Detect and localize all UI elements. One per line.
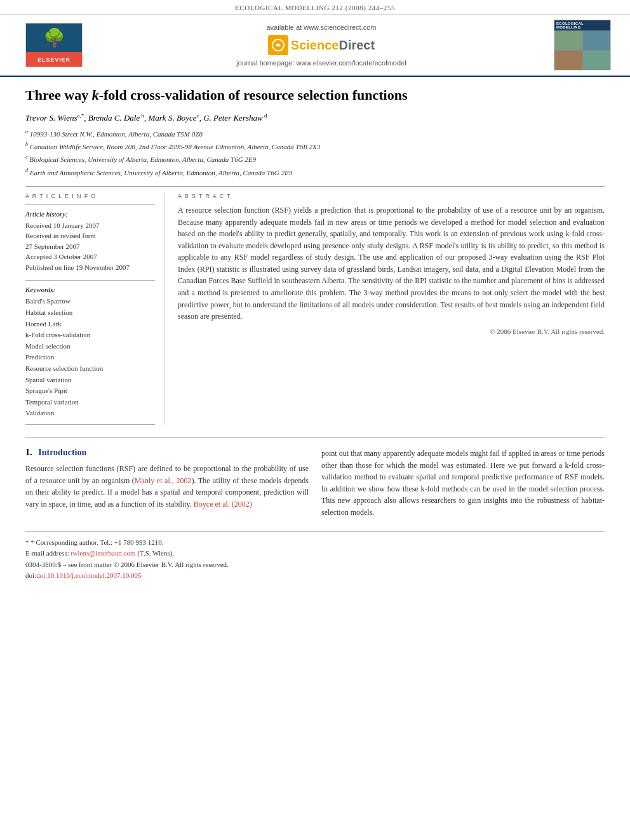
elsevier-label: ELSEVIER [26,52,82,67]
keyword-spragues-pipit: Sprague's Pipit [25,385,155,397]
top-banner: 🌳 ELSEVIER available at www.sciencedirec… [0,15,630,77]
intro-left-text: Resource selection functions (RSF) are d… [25,463,309,510]
intro-right-text: point out that many apparently adequate … [321,448,605,519]
banner-center: available at www.sciencedirect.com Scien… [89,23,554,67]
copyright-line: © 2006 Elsevier B.V. All rights reserved… [178,328,605,335]
sciencedirect-logo: ScienceDirect [268,35,375,55]
history-revised-label: Received in revised form [25,230,155,241]
authors-line: Trevor S. Wiensa,*, Brenda C. Dale b, Ma… [25,112,605,123]
keywords-bottom-divider [25,424,155,425]
abstract-text: A resource selection function (RSF) yiel… [178,204,605,323]
two-column-section: A R T I C L E I N F O Article history: R… [25,193,605,425]
article-title: Three way k-fold cross-validation of res… [25,86,605,105]
cover-img-1 [554,30,582,50]
footnote-corresponding: * * Corresponding author. Tel.: +1 780 9… [25,537,605,549]
history-accepted: Accepted 3 October 2007 [25,251,155,262]
citation-boyce: Boyce et al. (2002) [194,500,252,509]
available-text: available at www.sciencedirect.com [89,23,554,31]
article-info-column: A R T I C L E I N F O Article history: R… [25,193,165,425]
journal-homepage: journal homepage: www.elsevier.com/locat… [89,59,554,67]
footnote-star: * [25,538,30,546]
keyword-prediction: Prediction [25,352,155,363]
keyword-temporal-variation: Temporal variation [25,397,155,408]
keyword-habitat-selection: Habitat selection [25,307,155,319]
history-label: Article history: [25,210,155,218]
keyword-spatial-variation: Spatial variation [25,375,155,386]
keyword-validation: Validation [25,408,155,419]
footnote-issn: 0304-3800/$ – see front matter © 2006 El… [25,559,605,571]
citation-manly: Manly et al., 2002 [135,476,192,485]
affiliations: a 10993-130 Street N.W., Edmonton, Alber… [25,128,605,178]
footnote-email: E-mail address: twiens@interbaun.com (T.… [25,548,605,559]
introduction-section: 1. Introduction Resource selection funct… [25,448,605,519]
cover-images [554,30,610,70]
divider-1 [25,186,605,187]
affiliation-b: b Canadian Wildlife Service, Room 200, 2… [25,141,605,152]
footnote-corresponding-text: * Corresponding author. Tel.: +1 780 993… [30,538,163,546]
cover-img-2 [583,30,611,50]
elsevier-logo-top: 🌳 [26,23,82,52]
keyword-kfold: k-Fold cross-validation [25,330,155,341]
section-number: 1. [25,448,32,457]
keyword-horned-lark: Horned Lark [25,319,155,330]
journal-header: ECOLOGICAL MODELLING 212 (2008) 244–255 [0,0,630,15]
cover-img-3 [554,51,582,70]
intro-right: point out that many apparently adequate … [321,448,605,519]
doi-link: doi:10.1016/j.ecolmodel.2007.10.005 [36,571,141,579]
insights-text: insights [484,496,507,505]
article-history: Article history: Received 10 January 200… [25,210,155,273]
sciencedirect-text: ScienceDirect [291,38,375,53]
keywords-label: Keywords: [25,286,155,293]
journal-cover: ECOLOGICAL MODELLING [554,20,611,70]
abstract-heading: A B S T R A C T [178,193,605,199]
history-published: Published on line 19 November 2007 [25,262,155,273]
history-revised-date: 27 September 2007 [25,241,155,252]
keywords-section: Keywords: Baird's Sparrow Habitat select… [25,286,155,419]
tree-icon: 🌳 [43,27,65,48]
keyword-rsf: Resource selection function [25,363,155,375]
cover-img-4 [583,51,611,70]
intro-left: 1. Introduction Resource selection funct… [25,448,309,519]
cover-header-text: ECOLOGICAL MODELLING [554,20,610,30]
keywords-divider [25,280,155,281]
keyword-model-selection: Model selection [25,341,155,352]
elsevier-logo: 🌳 ELSEVIER [19,23,89,67]
section-title: Introduction [38,448,86,457]
sd-icon [268,35,288,55]
footnote-doi: doi:doi:10.1016/j.ecolmodel.2007.10.005 [25,570,605,582]
history-received: Received 10 January 2007 [25,220,155,231]
keyword-bairds-sparrow: Baird's Sparrow [25,296,155,307]
email-link[interactable]: twiens@interbaun.com [70,549,135,557]
main-content: Three way k-fold cross-validation of res… [0,77,630,594]
affiliation-c: c Biological Sciences, University of Alb… [25,154,605,165]
abstract-column: A B S T R A C T A resource selection fun… [178,193,605,425]
footnote-section: * * Corresponding author. Tel.: +1 780 9… [25,531,605,582]
elsevier-logo-img: 🌳 ELSEVIER [25,23,83,67]
affiliation-d: d Earth and Atmospheric Sciences, Univer… [25,167,605,178]
section-divider [25,437,605,438]
journal-header-text: ECOLOGICAL MODELLING 212 (2008) 244–255 [235,4,395,11]
affiliation-a: a 10993-130 Street N.W., Edmonton, Alber… [25,128,605,140]
article-info-heading: A R T I C L E I N F O [25,193,155,199]
info-divider [25,204,155,205]
section-heading: 1. Introduction [25,448,309,458]
